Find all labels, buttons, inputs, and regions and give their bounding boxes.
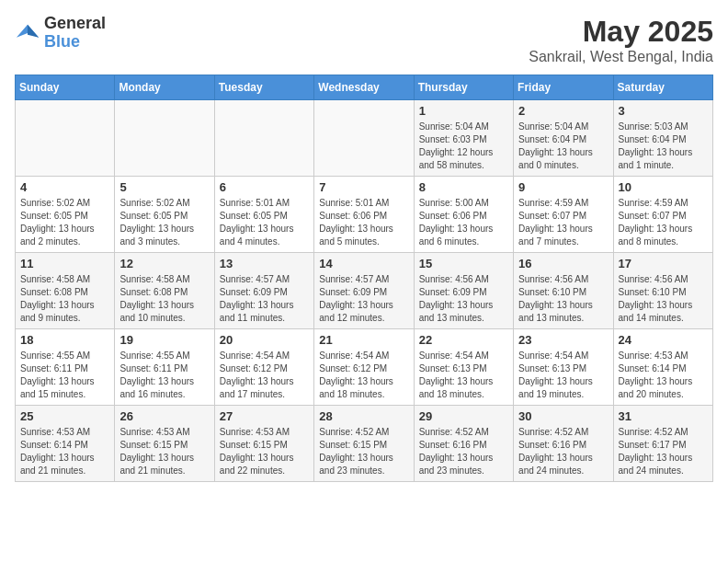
day-number: 31 bbox=[619, 409, 708, 423]
day-info: Sunrise: 5:01 AM Sunset: 6:05 PM Dayligh… bbox=[220, 197, 309, 248]
day-info: Sunrise: 4:58 AM Sunset: 6:08 PM Dayligh… bbox=[20, 273, 109, 325]
calendar-cell: 22Sunrise: 4:54 AM Sunset: 6:13 PM Dayli… bbox=[414, 329, 513, 406]
calendar-cell: 17Sunrise: 4:56 AM Sunset: 6:10 PM Dayli… bbox=[613, 253, 712, 329]
day-info: Sunrise: 4:53 AM Sunset: 6:15 PM Dayligh… bbox=[119, 426, 209, 477]
calendar-cell: 20Sunrise: 4:54 AM Sunset: 6:12 PM Dayli… bbox=[214, 329, 313, 406]
calendar-header-row: SundayMondayTuesdayWednesdayThursdayFrid… bbox=[16, 75, 713, 100]
location-title: Sankrail, West Bengal, India bbox=[529, 49, 713, 65]
calendar-cell: 24Sunrise: 4:53 AM Sunset: 6:14 PM Dayli… bbox=[613, 329, 712, 406]
day-info: Sunrise: 4:53 AM Sunset: 6:15 PM Dayligh… bbox=[220, 426, 309, 477]
month-title: May 2025 bbox=[529, 15, 713, 49]
calendar-cell: 9Sunrise: 4:59 AM Sunset: 6:07 PM Daylig… bbox=[514, 177, 613, 253]
day-number: 18 bbox=[20, 333, 109, 347]
calendar-cell bbox=[214, 100, 313, 177]
calendar-cell: 18Sunrise: 4:55 AM Sunset: 6:11 PM Dayli… bbox=[16, 329, 115, 406]
calendar-cell: 3Sunrise: 5:03 AM Sunset: 6:04 PM Daylig… bbox=[613, 100, 712, 177]
day-number: 10 bbox=[619, 180, 708, 194]
day-number: 9 bbox=[518, 180, 608, 194]
day-info: Sunrise: 4:56 AM Sunset: 6:10 PM Dayligh… bbox=[518, 273, 608, 325]
day-info: Sunrise: 4:54 AM Sunset: 6:12 PM Dayligh… bbox=[319, 350, 408, 401]
day-number: 7 bbox=[319, 180, 408, 194]
calendar-cell: 4Sunrise: 5:02 AM Sunset: 6:05 PM Daylig… bbox=[16, 177, 115, 253]
day-info: Sunrise: 5:00 AM Sunset: 6:06 PM Dayligh… bbox=[419, 197, 508, 248]
header-wednesday: Wednesday bbox=[314, 75, 414, 100]
calendar-cell: 11Sunrise: 4:58 AM Sunset: 6:08 PM Dayli… bbox=[16, 253, 115, 329]
calendar-cell: 27Sunrise: 4:53 AM Sunset: 6:15 PM Dayli… bbox=[214, 406, 313, 482]
calendar-cell: 8Sunrise: 5:00 AM Sunset: 6:06 PM Daylig… bbox=[414, 177, 513, 253]
day-number: 23 bbox=[518, 333, 608, 347]
day-number: 1 bbox=[419, 104, 508, 118]
calendar-cell bbox=[314, 100, 414, 177]
day-number: 29 bbox=[419, 409, 508, 423]
day-info: Sunrise: 4:52 AM Sunset: 6:15 PM Dayligh… bbox=[319, 426, 408, 477]
day-number: 16 bbox=[518, 257, 608, 270]
calendar-cell: 14Sunrise: 4:57 AM Sunset: 6:09 PM Dayli… bbox=[314, 253, 414, 329]
day-info: Sunrise: 5:04 AM Sunset: 6:03 PM Dayligh… bbox=[419, 121, 508, 172]
day-number: 6 bbox=[220, 180, 309, 194]
day-number: 14 bbox=[319, 257, 408, 270]
calendar-cell: 6Sunrise: 5:01 AM Sunset: 6:05 PM Daylig… bbox=[214, 177, 313, 253]
day-number: 4 bbox=[20, 180, 109, 194]
week-row-2: 11Sunrise: 4:58 AM Sunset: 6:08 PM Dayli… bbox=[16, 253, 713, 329]
day-number: 3 bbox=[619, 104, 708, 118]
week-row-0: 1Sunrise: 5:04 AM Sunset: 6:03 PM Daylig… bbox=[16, 100, 713, 177]
day-info: Sunrise: 5:02 AM Sunset: 6:05 PM Dayligh… bbox=[119, 197, 209, 248]
day-number: 21 bbox=[319, 333, 408, 347]
calendar-table: SundayMondayTuesdayWednesdayThursdayFrid… bbox=[15, 75, 713, 482]
day-info: Sunrise: 4:57 AM Sunset: 6:09 PM Dayligh… bbox=[220, 273, 309, 325]
day-number: 15 bbox=[419, 257, 508, 270]
week-row-3: 18Sunrise: 4:55 AM Sunset: 6:11 PM Dayli… bbox=[16, 329, 713, 406]
header-sunday: Sunday bbox=[16, 75, 115, 100]
calendar-cell: 7Sunrise: 5:01 AM Sunset: 6:06 PM Daylig… bbox=[314, 177, 414, 253]
title-block: May 2025 Sankrail, West Bengal, India bbox=[529, 15, 713, 65]
calendar-cell: 25Sunrise: 4:53 AM Sunset: 6:14 PM Dayli… bbox=[16, 406, 115, 482]
calendar-cell: 28Sunrise: 4:52 AM Sunset: 6:15 PM Dayli… bbox=[314, 406, 414, 482]
day-number: 2 bbox=[518, 104, 608, 118]
day-number: 25 bbox=[20, 409, 109, 423]
calendar-cell: 19Sunrise: 4:55 AM Sunset: 6:11 PM Dayli… bbox=[115, 329, 214, 406]
day-number: 19 bbox=[119, 333, 209, 347]
day-number: 22 bbox=[419, 333, 508, 347]
day-number: 13 bbox=[220, 257, 309, 270]
day-info: Sunrise: 5:04 AM Sunset: 6:04 PM Dayligh… bbox=[518, 121, 608, 172]
calendar-cell: 29Sunrise: 4:52 AM Sunset: 6:16 PM Dayli… bbox=[414, 406, 513, 482]
day-number: 12 bbox=[119, 257, 209, 270]
week-row-4: 25Sunrise: 4:53 AM Sunset: 6:14 PM Dayli… bbox=[16, 406, 713, 482]
calendar-cell: 5Sunrise: 5:02 AM Sunset: 6:05 PM Daylig… bbox=[115, 177, 214, 253]
day-number: 28 bbox=[319, 409, 408, 423]
day-info: Sunrise: 4:58 AM Sunset: 6:08 PM Dayligh… bbox=[119, 273, 209, 325]
svg-marker-1 bbox=[28, 24, 39, 37]
calendar-cell: 21Sunrise: 4:54 AM Sunset: 6:12 PM Dayli… bbox=[314, 329, 414, 406]
calendar-cell: 23Sunrise: 4:54 AM Sunset: 6:13 PM Dayli… bbox=[514, 329, 613, 406]
calendar-cell bbox=[115, 100, 214, 177]
day-info: Sunrise: 4:55 AM Sunset: 6:11 PM Dayligh… bbox=[119, 350, 209, 401]
header-thursday: Thursday bbox=[414, 75, 513, 100]
calendar-cell bbox=[16, 100, 115, 177]
calendar-cell: 13Sunrise: 4:57 AM Sunset: 6:09 PM Dayli… bbox=[214, 253, 313, 329]
day-info: Sunrise: 5:03 AM Sunset: 6:04 PM Dayligh… bbox=[619, 121, 708, 172]
day-number: 26 bbox=[119, 409, 209, 423]
day-number: 11 bbox=[20, 257, 109, 270]
calendar-cell: 10Sunrise: 4:59 AM Sunset: 6:07 PM Dayli… bbox=[613, 177, 712, 253]
day-number: 5 bbox=[119, 180, 209, 194]
header-saturday: Saturday bbox=[613, 75, 712, 100]
calendar-cell: 12Sunrise: 4:58 AM Sunset: 6:08 PM Dayli… bbox=[115, 253, 214, 329]
calendar-cell: 16Sunrise: 4:56 AM Sunset: 6:10 PM Dayli… bbox=[514, 253, 613, 329]
day-info: Sunrise: 5:01 AM Sunset: 6:06 PM Dayligh… bbox=[319, 197, 408, 248]
calendar-cell: 15Sunrise: 4:56 AM Sunset: 6:09 PM Dayli… bbox=[414, 253, 513, 329]
day-number: 17 bbox=[619, 257, 708, 270]
logo-text: General Blue bbox=[44, 15, 106, 52]
day-info: Sunrise: 4:52 AM Sunset: 6:17 PM Dayligh… bbox=[619, 426, 708, 477]
day-info: Sunrise: 4:59 AM Sunset: 6:07 PM Dayligh… bbox=[619, 197, 708, 248]
page-header: General Blue May 2025 Sankrail, West Ben… bbox=[15, 15, 713, 65]
header-tuesday: Tuesday bbox=[214, 75, 313, 100]
day-info: Sunrise: 4:53 AM Sunset: 6:14 PM Dayligh… bbox=[20, 426, 109, 477]
day-info: Sunrise: 4:53 AM Sunset: 6:14 PM Dayligh… bbox=[619, 350, 708, 401]
day-number: 30 bbox=[518, 409, 608, 423]
calendar-cell: 30Sunrise: 4:52 AM Sunset: 6:16 PM Dayli… bbox=[514, 406, 613, 482]
day-number: 24 bbox=[619, 333, 708, 347]
day-number: 27 bbox=[220, 409, 309, 423]
calendar-cell: 2Sunrise: 5:04 AM Sunset: 6:04 PM Daylig… bbox=[514, 100, 613, 177]
calendar-cell: 26Sunrise: 4:53 AM Sunset: 6:15 PM Dayli… bbox=[115, 406, 214, 482]
calendar-cell: 31Sunrise: 4:52 AM Sunset: 6:17 PM Dayli… bbox=[613, 406, 712, 482]
